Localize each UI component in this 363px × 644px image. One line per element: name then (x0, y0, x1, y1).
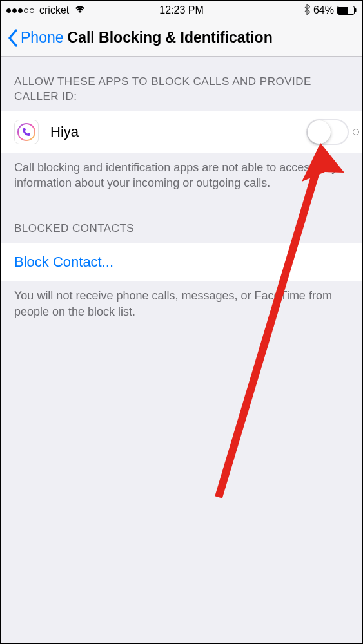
svg-rect-2 (355, 8, 357, 12)
toggle-knob (308, 120, 331, 144)
apps-section-footer: Call blocking and identification apps ar… (1, 153, 362, 198)
nav-bar: Phone Call Blocking & Identification (1, 19, 362, 57)
page-title: Call Blocking & Identification (68, 29, 273, 46)
apps-section-header: ALLOW THESE APPS TO BLOCK CALLS AND PROV… (1, 57, 362, 111)
status-bar: cricket 12:23 PM 64% (1, 1, 362, 19)
back-label: Phone (21, 29, 64, 46)
battery-percent: 64% (313, 5, 334, 16)
wifi-icon (74, 5, 86, 16)
svg-rect-1 (338, 7, 348, 14)
app-name-label: Hiya (50, 124, 306, 140)
status-right: 64% (304, 4, 357, 17)
hiya-app-icon (14, 120, 39, 144)
status-left: cricket (6, 5, 86, 16)
blocked-section-footer: You will not receive phone calls, messag… (1, 281, 362, 326)
block-contact-button[interactable]: Block Contact... (1, 243, 362, 281)
block-contact-label: Block Contact... (14, 254, 113, 270)
blocked-section-header: BLOCKED CONTACTS (1, 197, 362, 243)
carrier-label: cricket (39, 5, 69, 16)
app-row-hiya: Hiya (1, 111, 362, 153)
phone-icon (21, 127, 32, 137)
hiya-toggle[interactable] (306, 119, 349, 145)
back-button[interactable]: Phone (8, 29, 64, 47)
bluetooth-icon (304, 4, 310, 17)
chevron-left-icon (8, 29, 18, 47)
status-time: 12:23 PM (159, 5, 203, 16)
battery-icon (337, 6, 357, 15)
signal-strength-icon (6, 8, 34, 13)
